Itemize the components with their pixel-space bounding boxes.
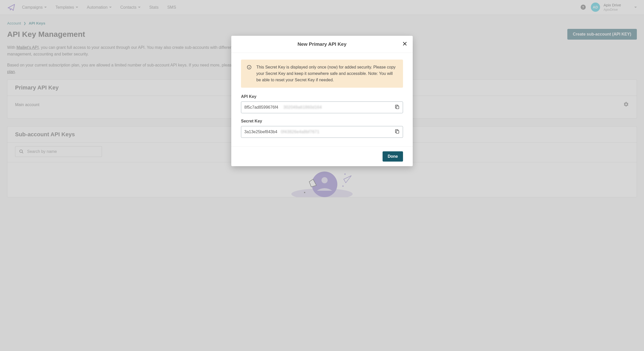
secret-key-input[interactable] [244,130,281,134]
copy-icon[interactable] [395,104,400,110]
api-key-input[interactable] [244,105,284,110]
copy-icon[interactable] [395,129,400,135]
modal-body: This Secret Key is displayed only once (… [231,53,413,146]
alert-text: This Secret Key is displayed only once (… [256,64,397,83]
svg-rect-10 [396,106,399,109]
api-key-label: API Key [241,94,403,99]
new-api-key-modal: New Primary API Key This Secret Key is d… [231,36,413,166]
svg-rect-11 [396,131,399,133]
close-icon[interactable] [402,41,408,48]
secret-key-label: Secret Key [241,119,403,123]
security-alert: This Secret Key is displayed only once (… [241,60,403,88]
modal-overlay: New Primary API Key This Secret Key is d… [0,0,644,211]
done-button[interactable]: Done [383,151,403,162]
modal-footer: Done [231,146,413,166]
secret-key-field: 0f43826e4a8bf7671 [241,126,403,138]
modal-title: New Primary API Key [237,41,407,47]
secret-key-masked: 0f43826e4a8bf7671 [281,130,319,134]
info-icon [247,65,252,71]
api-key-masked: 302049a61860d164 [283,105,322,110]
api-key-field: 302049a61860d164 [241,101,403,113]
modal-header: New Primary API Key [231,36,413,53]
